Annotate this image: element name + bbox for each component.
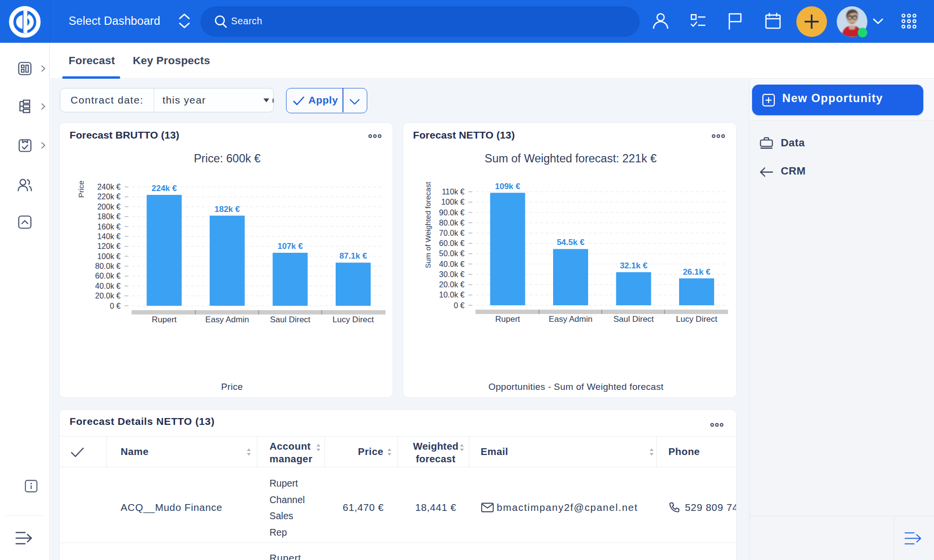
svg-text:20.0k €: 20.0k € [95,292,121,300]
svg-text:Easy Admin: Easy Admin [205,315,249,324]
svg-text:Price: Price [221,382,243,392]
svg-text:Price: Price [77,180,85,197]
svg-text:240k €: 240k € [97,183,121,191]
svg-text:Rupert: Rupert [495,315,520,324]
svg-text:220k €: 220k € [97,192,121,201]
svg-text:60.0k €: 60.0k € [95,272,121,280]
svg-text:Lucy Direct: Lucy Direct [676,315,717,324]
svg-text:40.0k €: 40.0k € [95,282,121,290]
svg-text:10.0k €: 10.0k € [439,291,465,299]
svg-text:0 €: 0 € [454,301,465,310]
svg-text:200k €: 200k € [97,203,121,211]
svg-text:60.0k €: 60.0k € [439,239,465,247]
svg-text:110k €: 110k € [442,188,465,196]
svg-text:Opportunities - Sum of Weighte: Opportunities - Sum of Weighted forecast [488,382,664,392]
svg-text:80.0k €: 80.0k € [95,262,121,270]
svg-text:100k €: 100k € [441,198,465,206]
svg-text:Saul Direct: Saul Direct [613,315,654,324]
svg-text:182k €: 182k € [215,205,240,214]
svg-text:30.0k €: 30.0k € [439,270,465,279]
svg-text:70.0k €: 70.0k € [439,229,465,237]
svg-text:224k €: 224k € [152,184,178,193]
svg-text:20.0k €: 20.0k € [439,280,465,289]
svg-text:Rupert: Rupert [152,315,177,324]
svg-text:87.1k €: 87.1k € [340,251,367,261]
svg-text:109k €: 109k € [495,182,521,191]
svg-text:Sum of Weighted forecast: 221k: Sum of Weighted forecast: 221k € [485,152,657,165]
svg-text:Lucy Direct: Lucy Direct [332,315,374,324]
svg-text:0 €: 0 € [110,302,121,310]
svg-text:50.0k €: 50.0k € [439,249,465,258]
svg-text:80.0k €: 80.0k € [439,219,465,227]
svg-text:Easy Admin: Easy Admin [549,315,593,324]
svg-text:Saul Direct: Saul Direct [270,315,310,324]
svg-text:160k €: 160k € [97,223,121,231]
svg-text:Sum of Weighted forecast: Sum of Weighted forecast [424,181,432,268]
svg-text:26.1k €: 26.1k € [683,267,711,277]
svg-text:32.1k €: 32.1k € [620,261,647,270]
svg-text:40.0k €: 40.0k € [439,260,465,268]
svg-text:54.5k €: 54.5k € [557,238,585,247]
svg-text:120k €: 120k € [97,242,121,250]
svg-text:100k €: 100k € [97,252,121,261]
svg-text:Price: 600k €: Price: 600k € [194,152,260,165]
svg-text:107k €: 107k € [278,242,304,251]
svg-text:180k €: 180k € [97,212,121,221]
svg-text:140k €: 140k € [97,232,121,241]
svg-text:90.0k €: 90.0k € [439,209,465,217]
